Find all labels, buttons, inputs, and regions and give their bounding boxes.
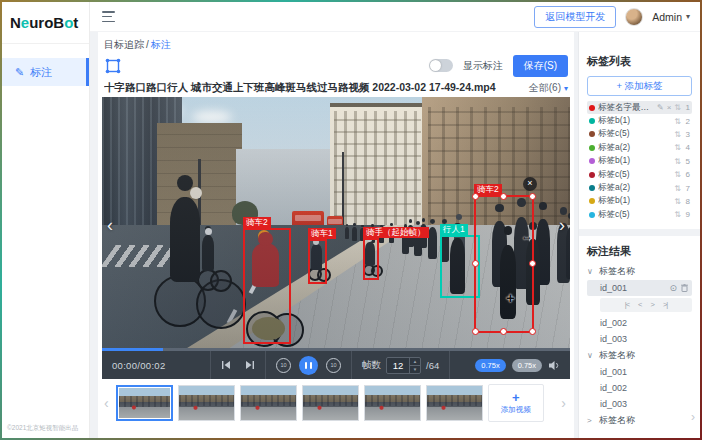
breadcrumb-parent[interactable]: 目标追踪 (104, 38, 144, 52)
label-row[interactable]: 标签c(5) ⇅ 6 (587, 168, 692, 181)
label-row[interactable]: 标签c(5) ⇅ 3 (587, 128, 692, 141)
prev-video-chevron[interactable]: ‹ (107, 215, 113, 236)
result-item[interactable]: id_001 (587, 364, 692, 380)
label-row[interactable]: 标签a(2) ⇅ 7 (587, 181, 692, 194)
sort-handle-icon[interactable]: ⇅ (674, 103, 681, 112)
result-item-selected[interactable]: id_001 ⊙ (587, 280, 692, 296)
video-thumbnail[interactable] (240, 385, 297, 421)
resize-handle[interactable] (500, 328, 507, 335)
show-annotations-toggle[interactable] (429, 59, 453, 72)
sort-handle-icon[interactable]: ⇅ (674, 117, 681, 126)
back-to-model-dev-button[interactable]: 返回模型开发 (534, 6, 616, 28)
next-frame-button[interactable] (245, 360, 255, 370)
video-progress-bar[interactable] (102, 348, 570, 351)
panel-scroll-chevron[interactable]: › (691, 410, 695, 424)
result-group-header[interactable]: ∨ 标签名称 (587, 347, 692, 364)
annotation-box-selected[interactable]: 骑车2 × (474, 195, 534, 333)
user-menu[interactable]: Admin ▾ (652, 11, 690, 23)
chevron-expanded-icon: ∨ (587, 351, 595, 360)
delete-label-icon[interactable]: × (667, 103, 672, 112)
result-item-label: id_001 (600, 367, 627, 377)
trash-icon[interactable] (681, 284, 688, 292)
label-name: 标签c(5) (598, 128, 671, 140)
video-thumbnail[interactable] (178, 385, 235, 421)
pause-button[interactable] (299, 356, 318, 375)
label-row[interactable]: 标签b(1) ⇅ 2 (587, 114, 692, 127)
next-video-chevron[interactable]: › (559, 215, 565, 236)
sort-handle-icon[interactable]: ⇅ (674, 143, 681, 152)
video-thumbnail[interactable] (364, 385, 421, 421)
resize-cursor: ↔ (521, 229, 533, 243)
result-group-header[interactable]: > 标签名称 (587, 412, 692, 429)
frame-step-up-icon[interactable]: ▲ (410, 358, 420, 366)
forward-10-button[interactable]: 10 (326, 358, 341, 373)
video-title-row: 十字路口路口行人 城市交通上下班高峰斑马线过马路视频 2022-03-02 17… (102, 79, 570, 97)
label-order: 1 (684, 103, 690, 112)
label-row[interactable]: 标签b(1) ⇅ 5 (587, 155, 692, 168)
speed-pill[interactable]: 0.75x (512, 359, 542, 372)
label-row[interactable]: 标签b(1) ⇅ 8 (587, 195, 692, 208)
sidebar-item-annotation[interactable]: ✎ 标注 (2, 58, 89, 86)
annotation-box-cyclist2[interactable]: 骑车2 (243, 228, 291, 344)
resize-handle[interactable] (472, 328, 479, 335)
label-row[interactable]: 标签c(5) ⇅ 9 (587, 208, 692, 221)
result-group-header[interactable]: ∨ 标签名称 (587, 263, 692, 280)
filmstrip-next-chevron[interactable]: › (559, 395, 568, 411)
collapse-menu-icon[interactable] (102, 11, 115, 22)
result-item[interactable]: id_003 (587, 396, 692, 412)
top-bar: 返回模型开发 Admin ▾ (90, 2, 700, 32)
sort-handle-icon[interactable]: ⇅ (674, 184, 681, 193)
pagination-first-icon[interactable]: |< (625, 300, 629, 309)
sort-handle-icon[interactable]: ⇅ (674, 157, 681, 166)
rewind-10-button[interactable]: 10 (276, 358, 291, 373)
label-row[interactable]: 标签名字最长数... ✎ × ⇅ 1 (587, 101, 692, 114)
annotation-box-cyclist1[interactable]: 骑车1 (308, 239, 327, 284)
copyright-text: ©2021北京矩视智能出品 (7, 424, 78, 433)
pagination-last-icon[interactable]: >| (663, 300, 667, 309)
resize-handle[interactable] (500, 193, 507, 200)
player-controls: 00:00/00:02 10 (102, 351, 570, 379)
sort-handle-icon[interactable]: ⇅ (674, 170, 681, 179)
frames-label: 帧数 (362, 359, 381, 372)
edit-label-icon[interactable]: ✎ (657, 103, 664, 112)
label-name: 标签b(1) (598, 155, 671, 167)
result-item[interactable]: id_002 (587, 315, 692, 331)
frame-number-input[interactable] (387, 358, 409, 373)
video-filmstrip: ‹ + 添加视频 › (102, 379, 570, 427)
resize-handle[interactable] (472, 193, 479, 200)
frame-step-down-icon[interactable]: ▼ (410, 366, 420, 373)
annotation-box-rider-startframe[interactable]: 骑手（起始帧） (363, 238, 379, 280)
user-avatar[interactable] (625, 8, 643, 26)
filmstrip-prev-chevron[interactable]: ‹ (102, 395, 111, 411)
breadcrumb-separator: / (146, 39, 149, 50)
bounding-box-tool-icon[interactable] (104, 57, 122, 75)
resize-handle[interactable] (529, 193, 536, 200)
save-button[interactable]: 保存(S) (513, 55, 568, 77)
building-white-ornate (330, 103, 425, 233)
video-canvas[interactable]: 骑车2 骑车1 骑手（起始帧） 行人1 骑车2 (102, 97, 570, 348)
video-thumbnail[interactable] (426, 385, 483, 421)
result-pagination: |< < > >| (600, 298, 692, 312)
add-video-button[interactable]: + 添加视频 (488, 384, 544, 422)
resize-handle[interactable] (529, 260, 536, 267)
video-thumbnail[interactable] (302, 385, 359, 421)
filter-all-dropdown[interactable]: 全部(6) ▾ (529, 81, 568, 95)
delete-box-button[interactable]: × (523, 177, 537, 191)
volume-icon[interactable] (548, 360, 560, 371)
pagination-prev-icon[interactable]: < (638, 300, 641, 309)
add-label-button[interactable]: + 添加标签 (587, 76, 692, 96)
prev-frame-button[interactable] (221, 360, 231, 370)
label-row[interactable]: 标签a(2) ⇅ 4 (587, 141, 692, 154)
video-thumbnail[interactable] (116, 385, 173, 421)
locate-icon[interactable]: ⊙ (669, 283, 677, 293)
result-group-name: 标签名称 (599, 349, 635, 362)
pagination-next-icon[interactable]: > (651, 300, 654, 309)
sort-handle-icon[interactable]: ⇅ (674, 197, 681, 206)
sort-handle-icon[interactable]: ⇅ (674, 130, 681, 139)
result-item[interactable]: id_003 (587, 331, 692, 347)
resize-handle[interactable] (472, 260, 479, 267)
speed-pill-active[interactable]: 0.75x (475, 359, 505, 372)
resize-handle[interactable] (529, 328, 536, 335)
result-item[interactable]: id_002 (587, 380, 692, 396)
sort-handle-icon[interactable]: ⇅ (674, 210, 681, 219)
